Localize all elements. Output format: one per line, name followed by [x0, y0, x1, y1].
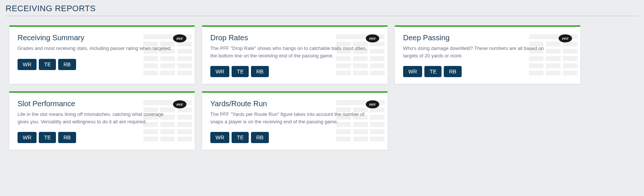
- te-button[interactable]: TE: [39, 132, 56, 143]
- position-buttons-row: WR TE RB: [18, 59, 186, 70]
- te-button[interactable]: TE: [232, 66, 249, 77]
- rb-button[interactable]: RB: [444, 66, 461, 77]
- card-description: The PFF "Yards per Route Run" figure tak…: [210, 111, 367, 125]
- wr-button[interactable]: WR: [18, 59, 37, 70]
- card-description: Grades and most receiving stats, includi…: [18, 45, 174, 52]
- svg-text:PFF: PFF: [176, 103, 183, 107]
- card-title: Slot Performance: [18, 99, 75, 108]
- card-title: Receiving Summary: [18, 34, 84, 42]
- svg-text:PFF: PFF: [369, 103, 376, 107]
- card-title: Yards/Route Run: [210, 99, 267, 108]
- svg-text:PFF: PFF: [176, 37, 183, 41]
- rb-button[interactable]: RB: [58, 59, 76, 70]
- svg-rect-6: [178, 49, 192, 54]
- pff-logo-icon: PFF: [366, 34, 379, 42]
- card-title: Drop Rates: [210, 34, 248, 42]
- report-card-deep-passing[interactable]: Deep Passing PFF Who's doing damage down…: [395, 25, 580, 84]
- svg-rect-81: [370, 122, 385, 127]
- card-description: Life in the slot means lining off mismat…: [18, 111, 174, 125]
- section-divider: [6, 16, 638, 16]
- report-card-slot-performance[interactable]: Slot Performance PFF Life in the slot me…: [9, 91, 195, 150]
- te-button[interactable]: TE: [232, 132, 249, 143]
- report-card-receiving-summary[interactable]: Receiving Summary PFF Grades and most re…: [9, 25, 195, 84]
- wr-button[interactable]: WR: [210, 132, 229, 143]
- svg-rect-45: [563, 56, 578, 61]
- rb-button[interactable]: RB: [58, 132, 76, 143]
- position-buttons-row: WR TE RB: [403, 66, 572, 77]
- svg-rect-14: [160, 71, 175, 76]
- section-title: RECEIVING REPORTS: [6, 4, 638, 13]
- pff-logo-icon: PFF: [559, 34, 572, 42]
- te-button[interactable]: TE: [39, 59, 56, 70]
- section-header: RECEIVING REPORTS: [0, 0, 644, 25]
- report-card-yards-route-run[interactable]: Yards/Route Run PFF The PFF "Yards per R…: [202, 91, 387, 150]
- cards-container: Receiving Summary PFF Grades and most re…: [0, 25, 644, 159]
- pff-logo-icon: PFF: [173, 34, 186, 42]
- svg-rect-78: [370, 115, 385, 120]
- svg-rect-15: [178, 71, 192, 76]
- te-button[interactable]: TE: [424, 66, 442, 77]
- wr-button[interactable]: WR: [210, 66, 229, 77]
- svg-text:PFF: PFF: [562, 37, 569, 41]
- card-header: Receiving Summary PFF: [18, 34, 186, 42]
- svg-rect-27: [370, 56, 385, 61]
- svg-rect-13: [144, 71, 158, 76]
- card-description: Who's doing damage downfield? These numb…: [403, 45, 560, 59]
- position-buttons-row: WR TE RB: [210, 132, 379, 143]
- card-header: Deep Passing PFF: [403, 34, 572, 42]
- card-header: Yards/Route Run PFF: [210, 99, 379, 108]
- svg-rect-42: [563, 49, 578, 54]
- svg-rect-24: [370, 49, 385, 54]
- svg-rect-60: [178, 115, 192, 120]
- report-card-drop-rates[interactable]: Drop Rates PFF The PFF "Drop Rate" shows…: [202, 25, 387, 84]
- wr-button[interactable]: WR: [403, 66, 422, 77]
- position-buttons-row: WR TE RB: [18, 132, 186, 143]
- svg-rect-63: [178, 122, 192, 127]
- card-header: Slot Performance PFF: [18, 99, 186, 108]
- wr-button[interactable]: WR: [18, 132, 37, 143]
- rb-button[interactable]: RB: [251, 132, 268, 143]
- card-header: Drop Rates PFF: [210, 34, 379, 42]
- rb-button[interactable]: RB: [251, 66, 268, 77]
- svg-text:PFF: PFF: [369, 37, 376, 41]
- card-title: Deep Passing: [403, 34, 450, 42]
- pff-logo-icon: PFF: [173, 100, 186, 108]
- pff-logo-icon: PFF: [366, 100, 379, 108]
- position-buttons-row: WR TE RB: [210, 66, 379, 77]
- card-description: The PFF "Drop Rate" shows who hangs on t…: [210, 45, 367, 59]
